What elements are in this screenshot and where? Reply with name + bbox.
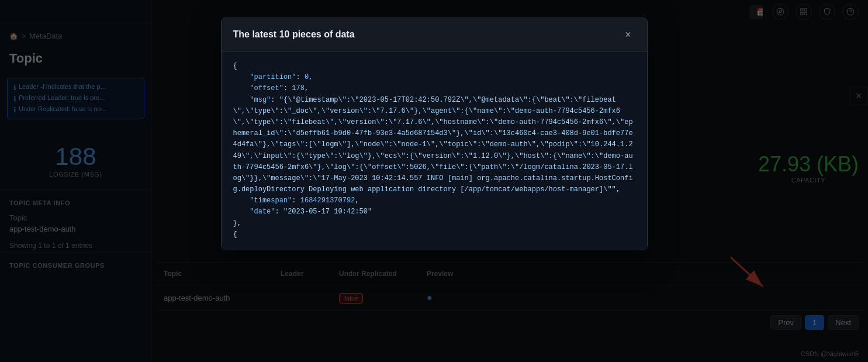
modal-close-button[interactable]: × [621, 27, 635, 42]
modal-title: The latest 10 pieces of data [233, 29, 355, 40]
modal-dialog: The latest 10 pieces of data × { "partit… [221, 18, 648, 250]
modal-overlay: The latest 10 pieces of data × { "partit… [0, 0, 868, 362]
json-content: { "partition": 0, "offset": 178, "msg": … [222, 51, 647, 250]
modal-header: The latest 10 pieces of data × [222, 18, 647, 51]
modal-body[interactable]: { "partition": 0, "offset": 178, "msg": … [222, 51, 647, 250]
